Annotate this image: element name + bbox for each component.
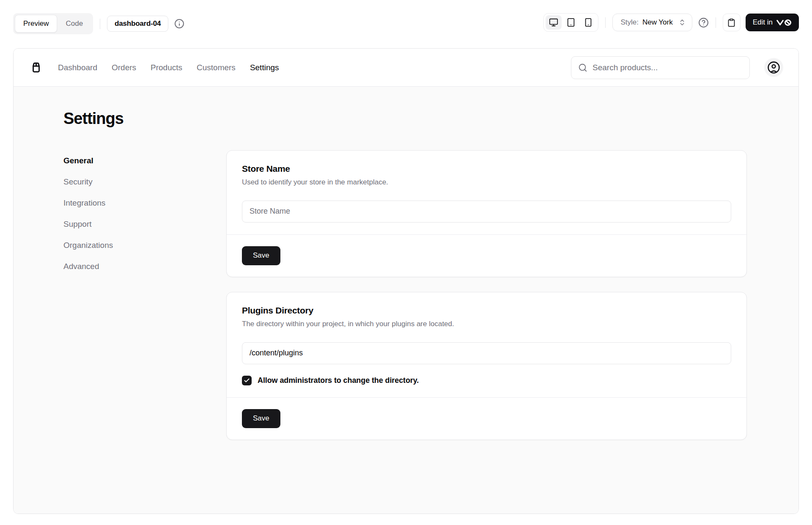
check-icon	[244, 377, 250, 384]
allow-admins-checkbox-label[interactable]: Allow administrators to change the direc…	[258, 376, 419, 385]
clipboard-icon[interactable]	[723, 14, 741, 31]
monitor-icon[interactable]	[546, 15, 562, 30]
toolbar-right-group: Style: New York Edit in	[543, 13, 799, 32]
toolbar-left-group: Preview Code dashboard-04	[13, 13, 184, 34]
nav-link-products[interactable]: Products	[151, 63, 182, 72]
plugins-directory-card-title: Plugins Directory	[242, 305, 731, 316]
store-name-save-button[interactable]: Save	[242, 246, 280, 265]
edit-in-v0-button[interactable]: Edit in	[746, 14, 799, 31]
nav-link-orders[interactable]: Orders	[112, 63, 136, 72]
settings-layout: General Security Integrations Support Or…	[63, 150, 747, 440]
toolbar-divider	[605, 17, 606, 28]
nav-link-dashboard[interactable]: Dashboard	[58, 63, 97, 72]
plugins-directory-input[interactable]	[242, 342, 731, 364]
nav-link-customers[interactable]: Customers	[197, 63, 236, 72]
sidebar-item-organizations[interactable]: Organizations	[63, 235, 226, 256]
sidebar-item-security[interactable]: Security	[63, 171, 226, 192]
plugins-directory-save-button[interactable]: Save	[242, 409, 280, 428]
nav-link-settings[interactable]: Settings	[250, 63, 279, 72]
toolbar-divider	[100, 19, 100, 29]
view-toggle: Preview Code	[13, 13, 93, 34]
store-name-card: Store Name Used to identify your store i…	[226, 150, 747, 277]
store-name-card-footer: Save	[227, 234, 746, 277]
product-search	[571, 56, 750, 79]
page-title: Settings	[63, 109, 747, 129]
toolbar-divider	[716, 17, 716, 28]
store-name-card-body: Store Name Used to identify your store i…	[227, 151, 746, 234]
chevrons-up-down-icon	[678, 19, 686, 26]
style-selector[interactable]: Style: New York	[612, 14, 692, 31]
store-name-card-description: Used to identify your store in the marke…	[242, 178, 731, 187]
settings-sidebar: General Security Integrations Support Or…	[63, 150, 226, 277]
plugins-directory-card: Plugins Directory The directory within y…	[226, 292, 747, 440]
plugins-directory-card-footer: Save	[227, 397, 746, 440]
search-icon	[578, 63, 587, 72]
allow-admins-checkbox-row: Allow administrators to change the direc…	[242, 376, 731, 385]
sidebar-item-support[interactable]: Support	[63, 214, 226, 235]
device-size-toggle	[543, 13, 598, 32]
plugins-directory-card-description: The directory within your project, in wh…	[242, 320, 731, 328]
app-navbar: Dashboard Orders Products Customers Sett…	[14, 49, 798, 87]
search-input[interactable]	[593, 63, 743, 72]
sidebar-item-general[interactable]: General	[63, 150, 226, 171]
store-name-card-title: Store Name	[242, 164, 731, 174]
block-preview-toolbar: Preview Code dashboard-04	[0, 0, 812, 48]
tablet-icon[interactable]	[563, 15, 579, 30]
style-selector-label: Style:	[620, 18, 639, 27]
tab-code[interactable]: Code	[57, 15, 91, 33]
sidebar-item-advanced[interactable]: Advanced	[63, 256, 226, 277]
allow-admins-checkbox[interactable]	[242, 376, 252, 385]
edit-in-v0-label: Edit in	[753, 18, 773, 27]
settings-main-column: Store Name Used to identify your store i…	[226, 150, 747, 440]
plugins-directory-card-body: Plugins Directory The directory within y…	[227, 292, 746, 397]
v0-logo-icon	[776, 19, 792, 26]
store-name-input[interactable]	[242, 201, 731, 223]
settings-page: Settings General Security Integrations S…	[14, 87, 798, 514]
sidebar-item-integrations[interactable]: Integrations	[63, 192, 226, 214]
info-circle-icon[interactable]	[174, 19, 184, 29]
block-name-badge[interactable]: dashboard-04	[107, 16, 168, 32]
tab-preview[interactable]: Preview	[15, 15, 57, 33]
style-selector-value: New York	[642, 18, 673, 27]
store-icon[interactable]	[29, 60, 44, 75]
block-preview-frame: Dashboard Orders Products Customers Sett…	[13, 48, 799, 514]
smartphone-icon[interactable]	[580, 15, 596, 30]
circle-user-icon[interactable]	[764, 58, 783, 77]
help-circle-icon[interactable]	[698, 17, 709, 28]
